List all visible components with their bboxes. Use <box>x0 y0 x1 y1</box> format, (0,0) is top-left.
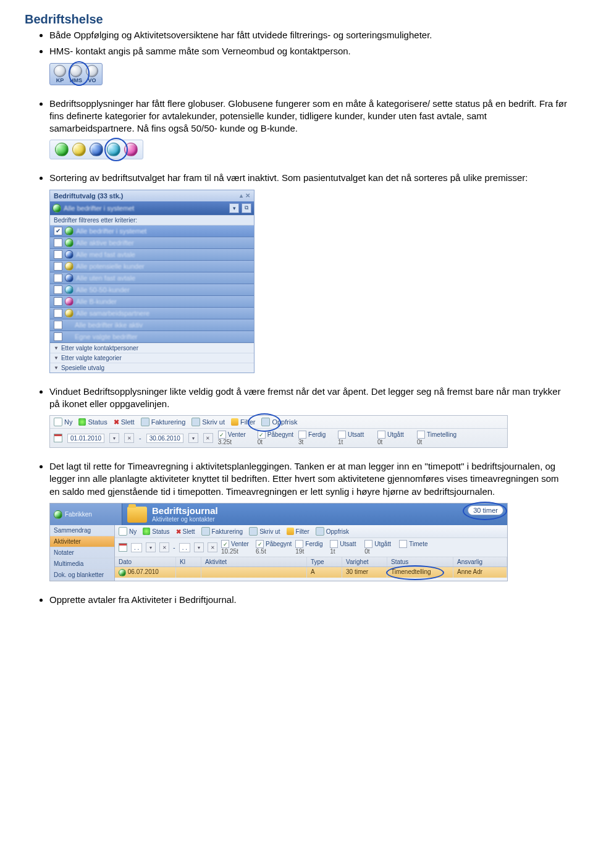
status-column[interactable]: ✓Påbegynt0t <box>258 431 293 445</box>
filter-row[interactable]: Alle aktive bedrifter <box>50 237 254 249</box>
sidenav-item[interactable]: Dok. og blanketter <box>50 570 114 581</box>
delete-button[interactable]: ✖Slett <box>176 528 195 535</box>
status-button[interactable]: Status <box>78 418 107 426</box>
col-varighet[interactable]: Varighet <box>342 557 387 567</box>
vo-icon[interactable]: VO <box>85 65 99 83</box>
globe-blue-icon[interactable] <box>90 143 103 156</box>
clear-icon[interactable]: ✕ <box>208 542 217 552</box>
checkbox[interactable] <box>417 431 425 439</box>
invoice-button[interactable]: Fakturering <box>141 418 186 426</box>
globe-cyan-icon[interactable] <box>107 143 120 156</box>
grid-row[interactable]: 06.07.2010 A 30 timer Timenedtelling Ann… <box>115 567 507 577</box>
hms-icon[interactable]: HMS <box>69 65 83 83</box>
col-dato[interactable]: Dato <box>115 557 176 567</box>
chevron-down-icon[interactable]: ▾ <box>229 203 239 213</box>
filter-row[interactable]: Alle 50-50-kunder <box>50 284 254 296</box>
clear-icon[interactable]: ✕ <box>203 433 213 443</box>
filter-section-row[interactable]: ▼Etter valgte kontaktpersoner <box>50 343 254 353</box>
globe-pink-icon[interactable] <box>124 143 138 156</box>
print-button[interactable]: Skriv ut <box>249 527 280 536</box>
filter-row[interactable]: Alle med fast avtale <box>50 249 254 261</box>
checkbox[interactable]: ✓ <box>221 540 229 548</box>
filter-section-row[interactable]: ▼Etter valgte kategorier <box>50 353 254 363</box>
filter-button[interactable]: Filter <box>231 418 255 426</box>
checkbox[interactable] <box>54 250 62 259</box>
clear-icon[interactable]: ✕ <box>124 433 134 443</box>
delete-button[interactable]: ✖Slett <box>114 418 135 426</box>
invoice-button[interactable]: Fakturering <box>201 527 243 536</box>
status-button[interactable]: Status <box>143 528 169 535</box>
status-column[interactable]: Ferdig19t <box>295 540 326 555</box>
minimize-icon[interactable]: ▴ <box>240 192 243 199</box>
filter-row[interactable]: Alle samarbeidspartnere <box>50 308 254 319</box>
globe-green-icon[interactable] <box>55 143 69 156</box>
expand-icon[interactable]: ⧉ <box>242 203 251 213</box>
status-column[interactable]: Utgått0t <box>377 431 412 445</box>
filter-row[interactable]: Alle B-kunder <box>50 296 254 308</box>
dropdown-icon[interactable]: ▾ <box>109 433 119 443</box>
checkbox[interactable] <box>54 274 62 282</box>
filter-section-row[interactable]: ▼Spesielle utvalg <box>50 363 254 373</box>
col-status[interactable]: Status <box>387 557 453 567</box>
checkbox[interactable] <box>295 540 303 548</box>
col-ansvarlig[interactable]: Ansvarlig <box>453 557 507 567</box>
status-column[interactable]: Timete <box>399 540 430 555</box>
checkbox[interactable] <box>298 431 306 439</box>
filter-button[interactable]: Filter <box>287 528 309 535</box>
checkbox[interactable] <box>330 540 338 548</box>
filter-row[interactable]: Alle potensielle kunder <box>50 261 254 272</box>
print-button[interactable]: Skriv ut <box>191 418 225 426</box>
new-button[interactable]: Ny <box>54 418 72 426</box>
close-icon[interactable]: ✕ <box>245 192 250 199</box>
date-to-input[interactable]: 30.06.2010 <box>146 434 183 443</box>
dropdown-icon[interactable]: ▾ <box>194 542 204 552</box>
filter-row[interactable]: Alle uten fast avtale <box>50 272 254 284</box>
status-column[interactable]: Utsatt1t <box>330 540 361 555</box>
col-aktivitet[interactable]: Aktivitet <box>201 557 307 567</box>
checkbox[interactable] <box>54 285 62 294</box>
calendar-icon[interactable] <box>119 543 127 552</box>
calendar-icon[interactable] <box>54 434 62 442</box>
date-to-input[interactable]: . . <box>179 543 190 552</box>
refresh-button[interactable]: Oppfrisk <box>316 527 349 536</box>
checkbox[interactable] <box>54 238 62 247</box>
date-from-input[interactable]: . . <box>131 543 142 552</box>
dropdown-icon[interactable]: ▾ <box>146 542 156 552</box>
sidenav-item-selected[interactable]: Aktiviteter <box>50 536 114 547</box>
status-column[interactable]: Utsatt1t <box>338 431 372 445</box>
checkbox[interactable] <box>54 309 62 318</box>
status-column[interactable]: Ferdig3t <box>298 431 333 445</box>
checkbox[interactable]: ✔ <box>54 227 62 235</box>
col-type[interactable]: Type <box>307 557 342 567</box>
status-column[interactable]: Timetelling0t <box>417 431 456 445</box>
status-column[interactable]: ✓Påbegynt6.5t <box>256 540 292 555</box>
clear-icon[interactable]: ✕ <box>159 542 169 552</box>
status-column[interactable]: Utgått0t <box>364 540 395 555</box>
checkbox[interactable] <box>54 262 62 271</box>
checkbox[interactable]: ✓ <box>218 431 226 439</box>
new-button[interactable]: Ny <box>119 527 137 536</box>
filter-row[interactable]: Egne valgte bedrifter <box>50 331 254 343</box>
filter-row[interactable]: Alle bedrifter ikke aktiv <box>50 319 254 331</box>
col-kl[interactable]: Kl <box>176 557 201 567</box>
globe-yellow-icon[interactable] <box>72 143 86 156</box>
kp-icon[interactable]: KP <box>53 65 67 83</box>
checkbox[interactable] <box>338 431 346 439</box>
panel-combo[interactable]: Alle bedrifter i systemet ▾ ⧉ <box>50 201 254 215</box>
checkbox[interactable] <box>54 321 62 329</box>
checkbox[interactable] <box>364 540 372 548</box>
sidenav-item[interactable]: Sammendrag <box>50 525 114 536</box>
status-column[interactable]: ✓Venter3.25t <box>218 431 253 445</box>
checkbox[interactable] <box>377 431 385 439</box>
checkbox[interactable] <box>54 332 62 341</box>
refresh-button[interactable]: Oppfrisk <box>261 418 297 426</box>
dropdown-icon[interactable]: ▾ <box>188 433 198 443</box>
date-from-input[interactable]: 01.01.2010 <box>67 434 104 443</box>
checkbox[interactable] <box>54 297 62 306</box>
checkbox[interactable]: ✓ <box>256 540 264 548</box>
checkbox[interactable]: ✓ <box>258 431 266 439</box>
status-column[interactable]: ✓Venter10.25t <box>221 540 252 555</box>
checkbox[interactable] <box>399 540 407 548</box>
filter-row[interactable]: ✔Alle bedrifter i systemet <box>50 225 254 237</box>
sidenav-item[interactable]: Notater <box>50 547 114 558</box>
